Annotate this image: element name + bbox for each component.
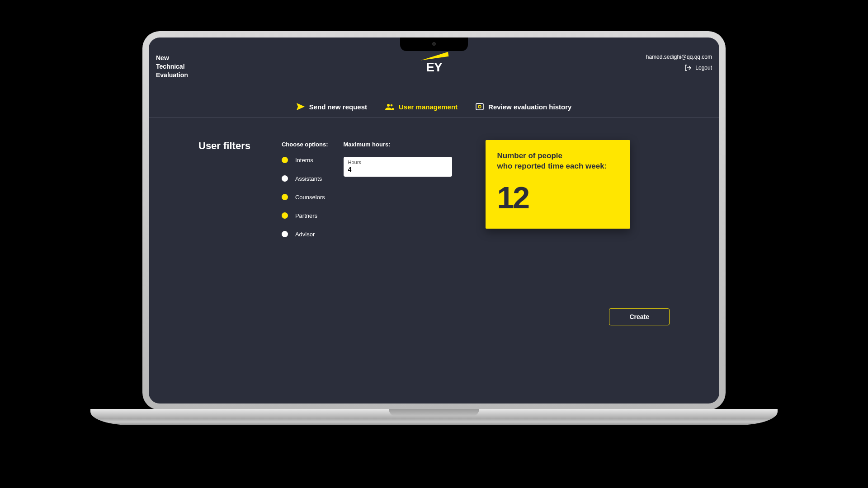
filter-option-label: Advisor — [295, 231, 315, 238]
nav-label: Review evaluation history — [488, 103, 571, 111]
laptop-mockup: New Technical Evaluation hamed.sedighi@q… — [142, 31, 726, 425]
filter-option-advisor[interactable]: Advisor — [282, 231, 328, 238]
stat-title-line: who reported time each week: — [497, 161, 618, 172]
laptop-trackpad-notch — [389, 409, 479, 416]
main-nav: Send new request User management Review … — [149, 103, 719, 117]
logo-text: EY — [420, 60, 448, 75]
radio-icon — [282, 231, 288, 237]
camera-icon — [432, 42, 436, 46]
filter-option-label: Counselors — [295, 194, 325, 201]
stat-card-column: Number of people who reported time each … — [486, 140, 630, 280]
page-title-line: Evaluation — [156, 71, 188, 80]
app-root: New Technical Evaluation hamed.sedighi@q… — [149, 38, 719, 404]
stat-title-line: Number of people — [497, 151, 618, 161]
laptop-base — [90, 409, 778, 425]
laptop-screen-frame: New Technical Evaluation hamed.sedighi@q… — [142, 31, 726, 410]
hours-input[interactable]: Hours — [344, 157, 452, 177]
filter-option-label: Interns — [295, 157, 313, 164]
nav-label: User management — [399, 103, 458, 111]
page-title-line: New — [156, 54, 188, 62]
nav-label: Send new request — [309, 103, 367, 111]
svg-rect-2 — [476, 103, 483, 110]
nav-user-management[interactable]: User management — [385, 103, 458, 111]
nav-send-request[interactable]: Send new request — [297, 103, 367, 111]
filter-option-partners[interactable]: Partners — [282, 212, 328, 219]
hours-section: Maximum hours: Hours — [344, 140, 452, 280]
svg-point-1 — [391, 104, 393, 107]
content-area: User filters Choose options: InternsAssi… — [149, 117, 719, 280]
stat-card-title: Number of people who reported time each … — [497, 151, 618, 172]
stat-card: Number of people who reported time each … — [486, 140, 630, 229]
app-viewport: New Technical Evaluation hamed.sedighi@q… — [149, 38, 719, 404]
vertical-divider — [266, 140, 266, 280]
users-icon — [385, 103, 394, 110]
svg-point-0 — [387, 104, 390, 107]
radio-icon — [282, 175, 288, 182]
hours-label: Maximum hours: — [344, 141, 452, 148]
page-title: New Technical Evaluation — [156, 54, 188, 80]
laptop-notch — [400, 38, 468, 51]
send-icon — [297, 103, 305, 110]
filter-option-assistants[interactable]: Assistants — [282, 175, 328, 182]
logout-button[interactable]: Logout — [646, 65, 712, 71]
svg-point-3 — [478, 105, 481, 108]
logout-label: Logout — [695, 65, 712, 71]
logout-icon — [684, 65, 692, 71]
filter-option-interns[interactable]: Interns — [282, 157, 328, 164]
stat-value: 12 — [497, 180, 618, 215]
hours-field[interactable] — [348, 165, 448, 173]
action-row: Create — [149, 280, 719, 325]
brand-logo: EY — [420, 54, 448, 75]
filter-option-counselors[interactable]: Counselors — [282, 194, 328, 201]
nav-review-history[interactable]: Review evaluation history — [476, 103, 571, 111]
radio-icon — [282, 194, 288, 200]
user-area: hamed.sedighi@qq.qq.com Logout — [646, 54, 712, 71]
camera-square-icon — [476, 103, 484, 110]
filter-option-label: Partners — [295, 212, 317, 219]
radio-icon — [282, 157, 288, 163]
radio-icon — [282, 212, 288, 219]
page-title-line: Technical — [156, 62, 188, 71]
user-email: hamed.sedighi@qq.qq.com — [646, 54, 712, 60]
filter-option-label: Assistants — [295, 175, 322, 182]
filter-options: Choose options: InternsAssistantsCounsel… — [282, 140, 328, 280]
create-button[interactable]: Create — [609, 308, 670, 325]
options-label: Choose options: — [282, 141, 328, 148]
hours-field-label: Hours — [348, 160, 448, 165]
filters-heading: User filters — [198, 140, 250, 280]
